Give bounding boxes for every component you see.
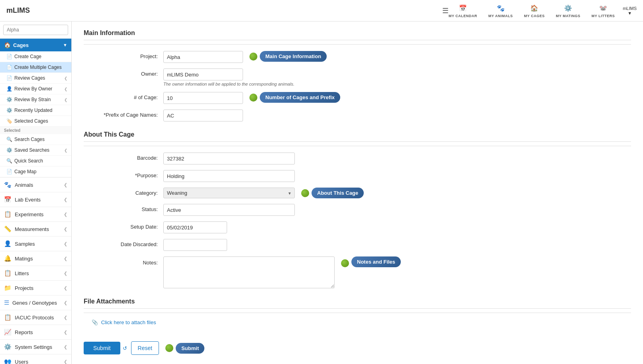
category-select-wrapper: Weaning Holding Breeding ▼ <box>163 188 295 198</box>
lab-events-nav-icon: 📅 <box>4 196 12 203</box>
animals-nav-icon: 🐾 <box>4 181 12 188</box>
setup-date-row: Setup Date: <box>84 221 631 233</box>
saved-searches-icon: ⚙️ <box>6 147 12 153</box>
sidebar-item-review-by-strain[interactable]: ⚙️ Review By Strain ❮ <box>0 94 71 105</box>
status-input[interactable] <box>163 204 295 216</box>
notes-textarea[interactable] <box>163 256 335 288</box>
barcode-row: Barcode: <box>84 153 631 164</box>
user-menu[interactable]: mLIMS ▼ <box>623 6 637 16</box>
sidebar-search-input[interactable] <box>3 25 68 35</box>
notes-files-tooltip-bubble: Notes and Files <box>341 256 401 269</box>
sidebar-nav-litters[interactable]: 📋 Litters ❮ <box>0 266 71 281</box>
nav-my-litters[interactable]: 🐭 MY LITTERS <box>592 4 615 18</box>
prefix-input[interactable] <box>163 110 243 121</box>
nav-my-matings[interactable]: ⚙️ MY MATINGS <box>556 4 580 18</box>
search-cages-icon: 🔍 <box>6 137 12 142</box>
sidebar-nav-genes-genotypes[interactable]: ☰ Genes / Genotypes ❮ <box>0 296 71 310</box>
create-cage-label: Create Cage <box>14 54 41 59</box>
nav-litters-label: MY LITTERS <box>592 14 615 18</box>
top-nav-icons: 📅 MY CALENDAR 🐾 MY ANIMALS 🏠 MY CAGES ⚙️… <box>449 4 615 18</box>
reset-icon[interactable]: ↺ <box>123 345 127 351</box>
create-cage-icon: 📄 <box>6 54 12 59</box>
sidebar-item-recently-updated[interactable]: ⚙️ Recently Updated <box>0 105 71 116</box>
lab-events-nav-label: Lab Events <box>15 197 41 203</box>
file-attachments-title: File Attachments <box>84 298 631 309</box>
submit-button[interactable]: Submit <box>84 342 120 354</box>
genes-nav-label: Genes / Genotypes <box>12 300 57 306</box>
sidebar: 🏠 Cages ▼ 📄 Create Cage 📄 Create Multipl… <box>0 22 72 364</box>
date-discarded-input[interactable] <box>163 239 227 251</box>
reports-chevron: ❮ <box>64 330 67 335</box>
user-chevron-icon: ▼ <box>627 11 632 16</box>
matings-chevron: ❮ <box>64 256 67 261</box>
measurements-nav-label: Measurements <box>15 226 49 232</box>
sidebar-item-cage-map[interactable]: 📄 Cage Map <box>0 166 71 177</box>
review-strain-icon: ⚙️ <box>6 97 12 102</box>
measurements-nav-icon: 📏 <box>4 225 12 233</box>
system-settings-chevron: ❮ <box>64 344 67 350</box>
about-cage-title: About This Cage <box>84 131 631 142</box>
create-multiple-label: Create Multiple Cages <box>14 65 62 70</box>
nav-my-cages[interactable]: 🏠 MY CAGES <box>524 4 545 18</box>
review-owner-icon: 👤 <box>6 86 12 92</box>
about-cage-tooltip-box: About This Cage <box>312 188 364 198</box>
projects-nav-label: Projects <box>15 285 33 291</box>
reset-button[interactable]: Reset <box>131 341 159 355</box>
top-nav: mLIMS ☰ 📅 MY CALENDAR 🐾 MY ANIMALS 🏠 MY … <box>0 0 643 22</box>
nav-animals-label: MY ANIMALS <box>488 14 513 18</box>
num-cages-input[interactable] <box>163 92 243 104</box>
sidebar-nav-measurements[interactable]: 📏 Measurements ❮ <box>0 222 71 237</box>
sidebar-nav-system-settings[interactable]: ⚙️ System Settings ❮ <box>0 340 71 354</box>
category-label: Category: <box>84 188 163 196</box>
purpose-input[interactable] <box>163 170 295 182</box>
barcode-label: Barcode: <box>84 153 163 161</box>
sidebar-nav-lab-events[interactable]: 📅 Lab Events ❮ <box>0 192 71 207</box>
about-cage-tooltip-bubble: About This Cage <box>301 188 364 198</box>
sidebar-nav-users[interactable]: 👥 Users ❮ <box>0 354 71 364</box>
cages-section-header[interactable]: 🏠 Cages ▼ <box>0 39 71 51</box>
sidebar-nav-projects[interactable]: 📁 Projects ❮ <box>0 281 71 296</box>
sidebar-item-quick-search[interactable]: 🔍 Quick Search <box>0 156 71 166</box>
main-info-divider <box>84 44 631 45</box>
owner-input[interactable] <box>163 68 243 80</box>
selected-subheader: Selected <box>0 127 71 134</box>
sidebar-nav-matings[interactable]: 🔔 Matings ❮ <box>0 251 71 266</box>
purpose-row: *Purpose: <box>84 170 631 182</box>
hamburger-icon[interactable]: ☰ <box>442 6 449 15</box>
nav-matings-label: MY MATINGS <box>556 14 580 18</box>
nav-my-calendar[interactable]: 📅 MY CALENDAR <box>449 4 477 18</box>
iacuc-nav-label: IACUC Protocols <box>15 315 54 321</box>
create-multiple-icon: 📄 <box>6 65 12 70</box>
date-discarded-row: Date Discarded: <box>84 239 631 251</box>
owner-row: Owner: The owner information will be app… <box>84 68 631 86</box>
sidebar-nav-experiments[interactable]: 📋 Experiments ❮ <box>0 207 71 222</box>
main-content: Main Information Project: Main Cage Info… <box>72 22 643 364</box>
matings-nav-label: Matings <box>15 256 33 262</box>
experiments-nav-label: Experiments <box>15 211 43 217</box>
sidebar-item-create-multiple-cages[interactable]: 📄 Create Multiple Cages <box>0 62 71 73</box>
project-input[interactable] <box>163 51 243 63</box>
sidebar-item-saved-searches[interactable]: ⚙️ Saved Searches ❮ <box>0 145 71 156</box>
sidebar-item-create-cage[interactable]: 📄 Create Cage <box>0 51 71 62</box>
nav-my-animals[interactable]: 🐾 MY ANIMALS <box>488 4 513 18</box>
owner-field-group: The owner information will be applied to… <box>163 68 294 86</box>
samples-nav-icon: 👤 <box>4 240 12 247</box>
sidebar-nav-reports[interactable]: 📈 Reports ❮ <box>0 325 71 340</box>
file-attach-link[interactable]: Click here to attach files <box>101 319 156 325</box>
setup-date-input[interactable] <box>163 221 227 233</box>
litters-chevron: ❮ <box>64 271 67 276</box>
iacuc-chevron: ❮ <box>64 315 67 320</box>
cages-section-label: Cages <box>13 42 29 48</box>
main-information-section: Main Information Project: Main Cage Info… <box>84 29 631 121</box>
system-settings-nav-label: System Settings <box>15 344 52 350</box>
search-cages-label: Search Cages <box>14 137 45 142</box>
sidebar-item-review-by-owner[interactable]: 👤 Review By Owner ❮ <box>0 84 71 94</box>
barcode-input[interactable] <box>163 153 295 164</box>
category-select[interactable]: Weaning Holding Breeding <box>163 188 295 198</box>
sidebar-nav-iacuc[interactable]: 📋 IACUC Protocols ❮ <box>0 310 71 325</box>
sidebar-nav-samples[interactable]: 👤 Samples ❮ <box>0 237 71 251</box>
sidebar-item-search-cages[interactable]: 🔍 Search Cages <box>0 134 71 145</box>
sidebar-item-review-cages[interactable]: 📄 Review Cages ❮ <box>0 73 71 84</box>
sidebar-item-selected-cages[interactable]: 🏷️ Selected Cages <box>0 116 71 127</box>
sidebar-nav-animals[interactable]: 🐾 Animals ❮ <box>0 178 71 192</box>
